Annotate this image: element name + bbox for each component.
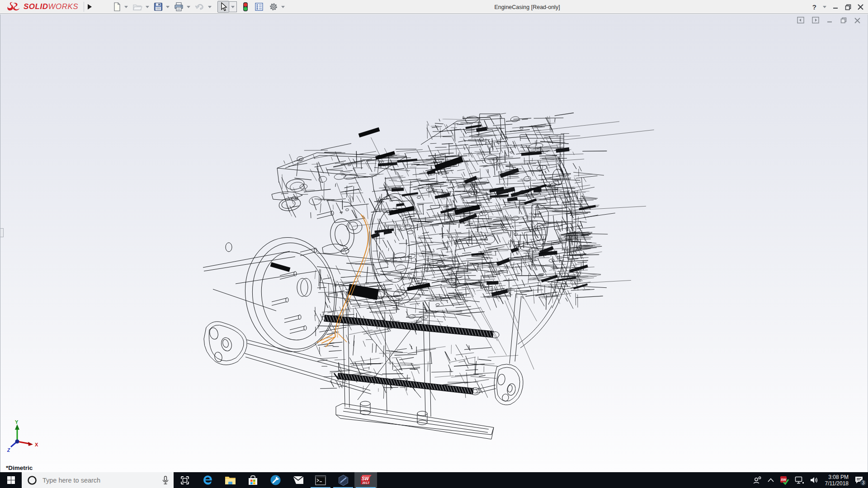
triad-y-label: Y [15,420,19,425]
doc-previous-window-button[interactable] [797,17,804,25]
taskbar-hexagon-app[interactable] [332,472,354,488]
windows-logo-icon [7,476,15,484]
view-orientation-label: *Dimetric [6,465,33,471]
viewport-canvas[interactable]: Y X Z *Dimetric [0,14,868,472]
clock[interactable]: 3:08 PM 7/11/2018 [825,474,849,487]
taskbar-settings-tool[interactable] [264,472,287,488]
tray-time: 3:08 PM [825,474,849,480]
svg-text:Z: Z [7,448,10,452]
hexagon-app-icon [338,474,349,486]
svg-text:SW: SW [780,478,786,482]
solidworks-2017-icon: SW 2017 [360,474,372,486]
volume-icon[interactable] [810,476,819,484]
document-window-controls [797,17,860,25]
taskbar-search[interactable] [22,472,174,488]
solidworks-resource-monitor-icon[interactable]: SW [780,476,789,485]
doc-minimize-button[interactable] [827,17,833,25]
orientation-triad: Y X Z [6,420,41,452]
task-view-button[interactable] [174,472,196,488]
taskbar-store[interactable] [241,472,264,488]
mail-icon [292,476,304,484]
search-input[interactable] [42,477,162,484]
doc-close-button[interactable] [854,17,860,25]
taskbar-file-explorer[interactable] [219,472,241,488]
doc-restore-button[interactable] [840,17,847,25]
file-explorer-icon [225,475,236,485]
microsoft-store-icon [248,475,258,486]
tray-date: 7/11/2018 [825,480,849,487]
tray-overflow-chevron-icon[interactable] [768,478,774,482]
system-tray: SW 3:08 PM 7/11/2018 3 [753,472,868,488]
taskbar-app-icons: SW 2017 [174,472,377,488]
microphone-icon[interactable] [162,476,169,485]
command-prompt-icon [315,475,326,485]
taskbar-edge[interactable] [196,472,219,488]
engine-casing-wireframe-model[interactable] [0,0,868,488]
people-icon[interactable] [753,476,762,484]
windows-taskbar: SW 2017 SW 3:08 PM [0,472,868,488]
sw-icon-label: SW [361,476,370,481]
solidworks-window: SOLIDWORKS [0,0,868,488]
taskbar-mail[interactable] [287,472,309,488]
notification-count-badge: 3 [860,479,867,486]
network-icon[interactable] [795,476,804,484]
feature-manager-collapsed-tab[interactable] [0,228,4,237]
action-center-button[interactable]: 3 [854,476,863,484]
settings-wrench-icon [270,474,281,486]
task-view-icon [180,475,190,485]
cortana-icon [27,475,37,485]
sw-icon-year-label: 2017 [361,481,371,484]
taskbar-solidworks[interactable]: SW 2017 [354,472,377,488]
start-button[interactable] [0,472,22,488]
svg-text:X: X [35,442,38,447]
doc-next-window-button[interactable] [812,17,819,25]
taskbar-command-prompt[interactable] [309,472,332,488]
edge-icon [202,474,213,486]
